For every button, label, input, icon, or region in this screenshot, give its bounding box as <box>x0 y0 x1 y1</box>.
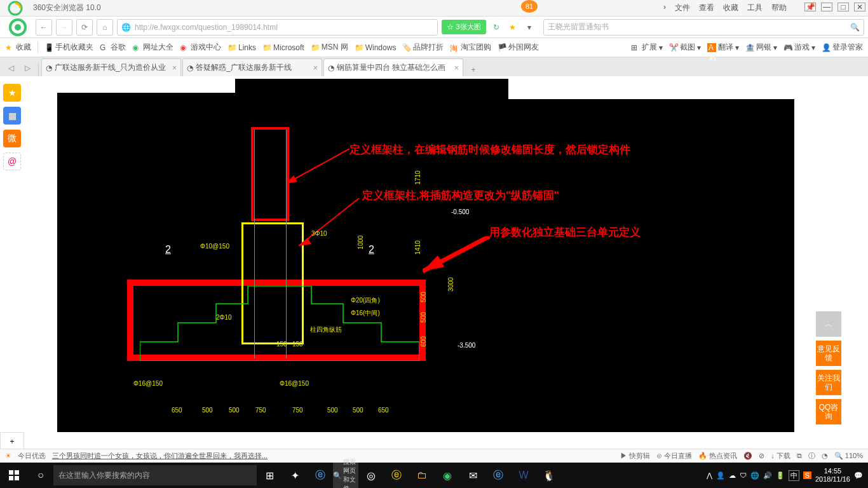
back-button[interactable]: ← <box>36 19 52 36</box>
bookmark-msn[interactable]: 📁MSN 网 <box>311 42 348 53</box>
taskbar-clock[interactable]: 14:55 2018/11/16 <box>815 467 850 484</box>
feedback-button[interactable]: 意见反馈 <box>816 341 841 366</box>
menu-view[interactable]: 查看 <box>699 3 714 13</box>
tool1-icon[interactable]: ⓘ <box>808 451 815 461</box>
bookmark-sites[interactable]: ◉网址大全 <box>132 42 173 53</box>
new-tab-button[interactable]: + <box>467 64 480 76</box>
menu-favorites[interactable]: 收藏 <box>723 3 738 13</box>
screenshot-button[interactable]: ✂️截图 ▾ <box>669 42 701 53</box>
tray-bat-icon[interactable]: 🔋 <box>776 471 785 480</box>
bookmark-brand[interactable]: 🏷️品牌打折 <box>402 42 444 53</box>
tray-ime[interactable]: 中 <box>789 470 799 481</box>
quick-edit-button[interactable]: ▶ 快剪辑 <box>620 451 650 461</box>
search-icon[interactable]: 🔍 <box>850 23 860 32</box>
games-button[interactable]: 🎮游戏 ▾ <box>783 42 815 53</box>
browser-logo-small-icon[interactable] <box>4 18 32 37</box>
chevron-icon[interactable]: › <box>663 3 666 13</box>
app-ie[interactable]: ⓔ <box>384 463 409 488</box>
app-edge[interactable]: ⓔ <box>485 463 511 488</box>
close-icon[interactable]: × <box>172 64 177 72</box>
home-button[interactable]: ⌂ <box>97 19 113 36</box>
close-button[interactable]: ✕ <box>854 3 865 11</box>
menu-help[interactable]: 帮助 <box>771 3 787 13</box>
mute-icon[interactable]: 🔇 <box>743 452 752 460</box>
app-search[interactable]: 🔍搜索网页和文件 <box>333 463 358 488</box>
tab-3-active[interactable]: ◔钢筋算量中四台 独立基础怎么画× <box>323 58 463 76</box>
pin-icon[interactable]: 📌 <box>804 3 816 11</box>
bookmark-taobao[interactable]: 淘淘宝团购 <box>450 42 491 53</box>
tray-ime2[interactable]: S <box>803 471 811 479</box>
dropdown-icon[interactable]: ▾ <box>523 21 536 34</box>
sidebar-item-2[interactable]: ▦ <box>3 107 21 125</box>
browser-titlebar: 360安全浏览器 10.0 81 › 文件 查看 收藏 工具 帮助 📌 — □ … <box>0 0 868 17</box>
sidebar-item-1[interactable]: ★ <box>3 84 21 102</box>
sidebar-item-weibo[interactable]: 微 <box>3 130 21 147</box>
app-4[interactable]: ◎ <box>358 463 384 488</box>
url-input[interactable]: 🌐 http://e.fwxgx.com/question_1989014.ht… <box>117 19 438 36</box>
block-icon[interactable]: ⊘ <box>759 452 764 460</box>
menu-tools[interactable]: 工具 <box>747 3 763 13</box>
app-360[interactable]: ◉ <box>435 463 460 488</box>
taskview-icon[interactable]: ⊞ <box>257 463 282 488</box>
bookmark-google[interactable]: G谷歌 <box>100 42 126 53</box>
maximize-button[interactable]: □ <box>837 3 849 11</box>
app-word[interactable]: W <box>511 463 536 488</box>
close-icon[interactable]: × <box>454 64 459 72</box>
favorites-button[interactable]: ★收藏 <box>5 42 31 53</box>
star-icon[interactable]: ★ <box>506 21 519 34</box>
menu-file[interactable]: 文件 <box>675 3 690 13</box>
login-manager[interactable]: 👤登录管家 <box>822 42 863 53</box>
rec-headline[interactable]: 三个男孩同时追一个女孩，女孩说，你们游遍全世界回来，我再选择... <box>52 451 268 461</box>
search-input[interactable]: 王晓光留置通知书 🔍 <box>543 19 864 36</box>
zoom-level[interactable]: 🔍 110% <box>834 452 863 460</box>
tray-people-icon[interactable]: 👤 <box>716 471 725 480</box>
tray-vol-icon[interactable]: 🔊 <box>763 471 772 480</box>
tab-back-icon[interactable]: ◁ <box>3 60 19 76</box>
bookmark-mobile[interactable]: 📱手机收藏夹 <box>44 42 93 53</box>
notification-badge[interactable]: 81 <box>521 0 538 13</box>
app-mail[interactable]: ✉ <box>460 463 485 488</box>
bookmark-windows[interactable]: 📁Windows <box>355 43 397 52</box>
tab-2[interactable]: ◔答疑解惑_广联达服务新干线× <box>182 58 322 76</box>
bookmark-microsoft[interactable]: 📁Microsoft <box>262 43 304 52</box>
dim-rebar4: Φ16@150 <box>280 380 309 387</box>
svg-marker-6 <box>299 238 311 246</box>
reload-button[interactable]: ⟳ <box>76 19 93 36</box>
close-icon[interactable]: × <box>313 64 318 72</box>
app-1[interactable]: ✦ <box>282 463 308 488</box>
app-folder[interactable]: 🗀 <box>409 463 435 488</box>
forward-button[interactable]: → <box>56 19 72 36</box>
taskbar-search[interactable]: 在这里输入你要搜索的内容 <box>53 465 257 485</box>
tab-forward-icon[interactable]: ▷ <box>19 60 36 76</box>
cad-drawing: 定义框架柱，在编辑钢筋时候修改锚固长度，然后锁定构件 定义框架柱,将插筋构造更改… <box>57 79 794 432</box>
minimize-button[interactable]: — <box>821 3 832 11</box>
tray-net-icon[interactable]: 🌐 <box>750 471 759 480</box>
live-button[interactable]: ⊙ 今日直播 <box>656 451 692 461</box>
app-browser[interactable]: ⓔ <box>308 463 333 488</box>
sidebar-item-at[interactable]: @ <box>3 152 21 170</box>
image-count-button[interactable]: ☆ 3张大图 <box>442 20 485 34</box>
tab-1[interactable]: ◔广联达服务新干线_只为造价从业× <box>41 58 181 76</box>
start-button[interactable] <box>0 463 28 488</box>
hotspot-button[interactable]: 🔥 热点资讯 <box>698 451 737 461</box>
app-qq[interactable]: 🐧 <box>536 463 562 488</box>
translate-button[interactable]: Aあ翻译 ▾ <box>707 42 739 53</box>
tray-av-icon[interactable]: 🛡 <box>740 471 747 479</box>
cortana-icon[interactable]: ○ <box>28 463 53 488</box>
extensions-button[interactable]: ⊞扩展 ▾ <box>631 42 663 53</box>
notifications-icon[interactable]: 💬 <box>854 471 863 480</box>
scroll-top-button[interactable]: ︿ <box>816 311 841 337</box>
refresh-icon[interactable]: ↻ <box>490 21 503 34</box>
qq-consult-button[interactable]: QQ咨询 <box>816 399 841 424</box>
download-button[interactable]: ↓ 下载 <box>771 451 790 461</box>
tray-up-icon[interactable]: ⋀ <box>707 471 712 480</box>
bookmark-foreign[interactable]: 🏴外国网友 <box>498 42 539 53</box>
page-content: ★ ▦ 微 @ 定义框架柱，在编辑钢筋时候修改锚固长度，然后锁定构件 定义框架柱… <box>0 76 868 432</box>
bank-button[interactable]: 🏦网银 ▾ <box>745 42 777 53</box>
tool2-icon[interactable]: ◔ <box>822 452 828 460</box>
pip-icon[interactable]: ⧉ <box>797 452 802 460</box>
follow-button[interactable]: 关注我们 <box>816 370 841 395</box>
tray-cloud-icon[interactable]: ☁ <box>729 471 736 480</box>
bookmark-games[interactable]: ◉游戏中心 <box>180 42 221 53</box>
bookmark-links[interactable]: 📁Links <box>227 43 256 52</box>
